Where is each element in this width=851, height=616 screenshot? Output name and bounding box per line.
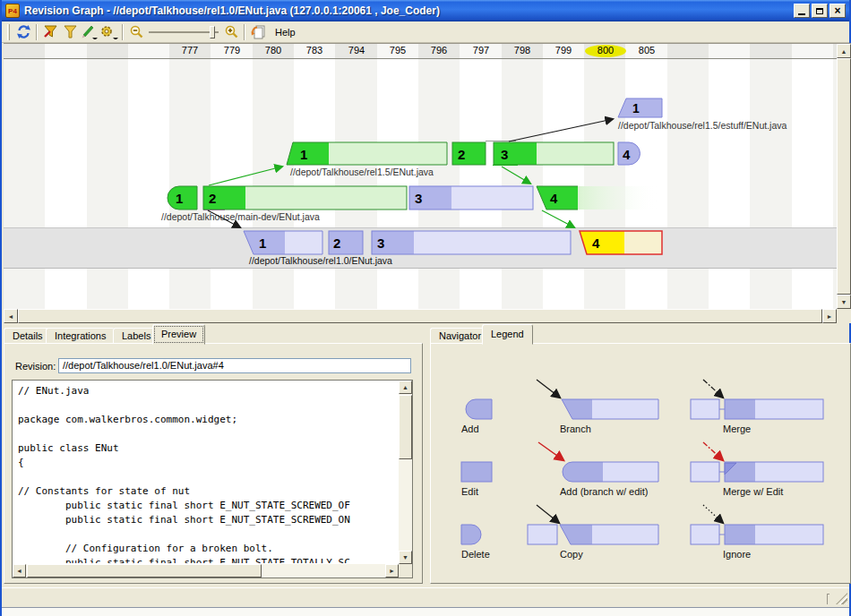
changelist-797[interactable]: 797	[460, 45, 502, 56]
svg-text:4[interactable]: 4	[623, 147, 631, 162]
scroll-right-button[interactable]: ►	[385, 564, 399, 578]
revision-box-rel1.5-1[interactable]: 1	[287, 142, 447, 165]
svg-text:1[interactable]: 1	[632, 101, 640, 116]
context-help-icon	[250, 24, 267, 39]
toolbar: Help	[2, 21, 849, 43]
zoom-out-button[interactable]	[126, 23, 146, 41]
refresh-button[interactable]	[13, 23, 33, 41]
legend-item-add: Add	[454, 376, 526, 434]
svg-text:4[interactable]: 4	[592, 235, 600, 251]
changelist-779[interactable]: 779	[211, 45, 253, 56]
scroll-right-button[interactable]: ►	[822, 309, 837, 323]
preview-vertical-scrollbar[interactable]: ▲ ▼	[399, 381, 412, 564]
svg-text:4[interactable]: 4	[550, 191, 558, 206]
toolbar-grip[interactable]	[7, 24, 10, 40]
tab-details[interactable]: Details	[4, 328, 52, 344]
legend-item-branch: Branch	[526, 376, 689, 434]
copy-shape	[526, 501, 669, 548]
svg-text:2[interactable]: 2	[458, 147, 465, 162]
filter-edit-button[interactable]	[40, 23, 60, 41]
scroll-down-button[interactable]: ▼	[837, 295, 851, 309]
scroll-left-button[interactable]: ◄	[13, 564, 26, 578]
scroll-up-button[interactable]: ▲	[399, 381, 412, 394]
graph-horizontal-scrollbar[interactable]: ◄ ►	[4, 309, 837, 323]
minimize-button[interactable]	[794, 4, 810, 18]
context-help-button[interactable]	[248, 23, 268, 41]
preview-horizontal-scrollbar[interactable]: ◄ ►	[13, 564, 399, 578]
revision-box-rel1.5-3[interactable]: 3	[494, 142, 614, 165]
background-window-edge	[2, 607, 849, 616]
scroll-thumb[interactable]	[837, 58, 851, 295]
svg-text:1[interactable]: 1	[259, 235, 266, 251]
svg-text:3[interactable]: 3	[501, 147, 508, 162]
zoom-slider[interactable]	[149, 31, 219, 33]
window-title: Revision Graph - //depot/Talkhouse/rel1.…	[24, 4, 792, 17]
file-path-label-estuff: //depot/Talkhouse/rel1.5/estuff/ENut.jav…	[618, 120, 787, 131]
scroll-left-button[interactable]: ◄	[4, 309, 18, 323]
zoom-in-button[interactable]	[221, 23, 241, 41]
revision-box-maindev-3[interactable]: 3	[409, 186, 533, 210]
revision-box-maindev-4-merge[interactable]: 4	[537, 186, 658, 210]
tab-preview[interactable]: Preview	[152, 324, 205, 345]
svg-text:2[interactable]: 2	[209, 191, 216, 206]
revision-box-rel1.5-2[interactable]: 2	[452, 142, 486, 165]
svg-text:3[interactable]: 3	[415, 191, 422, 206]
filter-button[interactable]	[60, 23, 80, 41]
status-bar	[2, 587, 849, 607]
svg-text:1[interactable]: 1	[176, 191, 183, 206]
changelist-777[interactable]: 777	[169, 45, 211, 56]
legend-item-copy: Copy	[526, 501, 689, 560]
scroll-thumb[interactable]	[399, 395, 412, 459]
scroll-up-button[interactable]: ▲	[837, 44, 851, 58]
revision-field[interactable]: //depot/Talkhouse/rel1.0/ENut.java#4	[58, 358, 411, 373]
svg-text:3[interactable]: 3	[377, 235, 384, 251]
scroll-down-button[interactable]: ▼	[399, 551, 412, 564]
preview-tabpage: Revision: //depot/Talkhouse/rel1.0/ENut.…	[4, 343, 423, 584]
svg-text:1[interactable]: 1	[300, 147, 307, 162]
changelist-799[interactable]: 799	[543, 45, 584, 56]
revision-box-rel1.0-3[interactable]: 3	[372, 231, 571, 254]
toolbar-separator	[122, 24, 124, 40]
restore-button[interactable]	[812, 4, 828, 18]
revision-box-rel1.5-4-delete[interactable]: 4	[618, 142, 640, 165]
filter-edit-icon	[43, 24, 58, 39]
help-menu[interactable]: Help	[275, 27, 296, 38]
file-path-label-maindev: //depot/Talkhouse/main-dev/ENut.java	[161, 211, 320, 222]
revision-box-rel1.0-4-selected[interactable]: 4	[580, 231, 662, 254]
merge-edit-shape	[689, 439, 832, 485]
scroll-thumb[interactable]	[27, 564, 262, 578]
tab-integrations[interactable]: Integrations	[46, 328, 115, 344]
changelist-783[interactable]: 783	[294, 45, 335, 56]
revision-box-maindev-1-add[interactable]: 1	[168, 186, 197, 210]
legend-tabpage: Add Branch	[430, 343, 851, 584]
changelist-796[interactable]: 796	[418, 45, 460, 56]
svg-text:2[interactable]: 2	[333, 235, 340, 251]
gear-button[interactable]	[99, 23, 119, 41]
revision-box-rel1.0-1-branch[interactable]: 1	[244, 231, 322, 254]
changelist-798[interactable]: 798	[502, 45, 543, 56]
changelist-780[interactable]: 780	[253, 45, 294, 56]
ignore-shape	[689, 501, 832, 548]
close-button[interactable]: ×	[830, 4, 846, 18]
changelist-794[interactable]: 794	[336, 45, 377, 56]
legend-item-edit: Edit	[454, 439, 526, 497]
details-panel: Details Integrations Labels Preview Revi…	[4, 324, 423, 586]
changelist-805[interactable]: 805	[626, 45, 667, 56]
revision-box-maindev-2[interactable]: 2	[203, 186, 407, 210]
gear-icon	[99, 24, 119, 39]
resize-grip[interactable]	[836, 593, 847, 604]
legend-item-add-branch-edit: Add (branch w/ edit)	[526, 439, 689, 497]
scroll-thumb[interactable]	[18, 309, 822, 323]
branch-shape	[526, 376, 669, 423]
revision-box-estuff-1[interactable]: 1	[618, 98, 662, 117]
tab-legend[interactable]: Legend	[482, 324, 533, 345]
changelist-800[interactable]: 800	[585, 45, 626, 56]
revision-box-rel1.0-2[interactable]: 2	[329, 231, 363, 254]
changelist-795[interactable]: 795	[377, 45, 418, 56]
pencil-icon	[81, 24, 99, 39]
changelist-header: 777 779 780 783 794 795 796 797 798 799 …	[4, 44, 837, 59]
pencil-button[interactable]	[80, 23, 99, 41]
graph-vertical-scrollbar[interactable]: ▲ ▼	[837, 44, 851, 309]
minimize-icon	[798, 13, 805, 15]
zoom-slider-handle[interactable]	[210, 26, 215, 38]
